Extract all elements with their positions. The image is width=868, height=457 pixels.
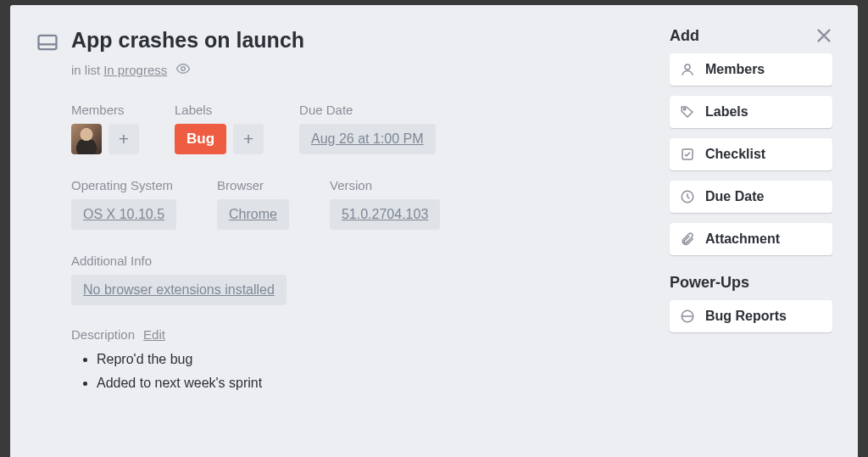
- description-title: Description: [71, 327, 135, 342]
- svg-point-2: [685, 64, 690, 70]
- close-icon: [815, 26, 833, 45]
- os-title: Operating System: [71, 178, 176, 192]
- members-title: Members: [71, 103, 139, 117]
- additional-info-title: Additional Info: [71, 254, 646, 268]
- browser-value[interactable]: Chrome: [217, 199, 289, 230]
- watch-icon[interactable]: [175, 61, 191, 79]
- version-title: Version: [330, 178, 440, 192]
- due-date-section: Due Date Aug 26 at 1:00 PM: [299, 103, 436, 154]
- add-labels-button[interactable]: Labels: [670, 96, 832, 128]
- due-date-chip[interactable]: Aug 26 at 1:00 PM: [299, 124, 436, 154]
- add-attachment-button[interactable]: Attachment: [670, 223, 832, 255]
- add-members-label: Members: [705, 62, 765, 77]
- due-date-title: Due Date: [299, 103, 436, 117]
- bug-reports-icon: [680, 309, 695, 324]
- main-content: App crashes on launch in list In progres…: [36, 27, 646, 440]
- description-edit-link[interactable]: Edit: [143, 327, 165, 342]
- card-subtitle: in list In progress: [71, 61, 646, 79]
- add-checklist-button[interactable]: Checklist: [670, 138, 832, 170]
- card-title[interactable]: App crashes on launch: [71, 27, 304, 53]
- list-name-link[interactable]: In progress: [103, 63, 167, 77]
- member-avatar[interactable]: [71, 124, 102, 154]
- add-label-button[interactable]: +: [233, 124, 264, 154]
- members-section: Members +: [71, 103, 139, 154]
- tag-icon: [680, 104, 695, 120]
- card-modal: App crashes on launch in list In progres…: [10, 5, 858, 457]
- close-button[interactable]: [812, 24, 836, 47]
- in-list-prefix: in list: [71, 63, 100, 77]
- add-checklist-label: Checklist: [705, 147, 765, 162]
- description-list: Repro'd the bug Added to next week's spr…: [71, 352, 646, 391]
- browser-field: Browser Chrome: [217, 178, 289, 230]
- description-item: Added to next week's sprint: [97, 376, 646, 391]
- add-members-button[interactable]: Members: [670, 53, 832, 86]
- add-due-date-label: Due Date: [705, 189, 764, 204]
- bug-reports-button[interactable]: Bug Reports: [670, 300, 832, 332]
- labels-section: Labels Bug +: [175, 103, 264, 154]
- sidebar-add-title: Add: [670, 27, 832, 45]
- add-labels-label: Labels: [705, 104, 748, 120]
- add-member-button[interactable]: +: [108, 124, 139, 154]
- additional-info-section: Additional Info No browser extensions in…: [71, 254, 646, 305]
- sidebar-powerups-title: Power-Ups: [670, 274, 832, 292]
- bug-reports-label: Bug Reports: [705, 309, 787, 324]
- description-item: Repro'd the bug: [97, 352, 646, 367]
- svg-rect-0: [39, 36, 57, 49]
- version-field: Version 51.0.2704.103: [330, 178, 440, 230]
- os-value[interactable]: OS X 10.10.5: [71, 199, 176, 230]
- sidebar: Add Members Labels Checklist Due Date At…: [670, 27, 832, 440]
- description-section: Description Edit Repro'd the bug Added t…: [71, 327, 646, 391]
- os-field: Operating System OS X 10.10.5: [71, 178, 176, 230]
- labels-title: Labels: [175, 103, 264, 117]
- person-icon: [680, 62, 695, 77]
- card-icon: [36, 31, 59, 58]
- add-due-date-button[interactable]: Due Date: [670, 181, 832, 213]
- add-attachment-label: Attachment: [705, 231, 780, 247]
- attachment-icon: [680, 231, 695, 247]
- svg-point-1: [181, 67, 186, 71]
- svg-point-3: [684, 109, 686, 110]
- browser-title: Browser: [217, 178, 289, 192]
- checklist-icon: [680, 147, 695, 162]
- label-tag[interactable]: Bug: [175, 124, 226, 154]
- version-value[interactable]: 51.0.2704.103: [330, 199, 440, 230]
- clock-icon: [680, 189, 695, 204]
- additional-info-value[interactable]: No browser extensions installed: [71, 275, 287, 305]
